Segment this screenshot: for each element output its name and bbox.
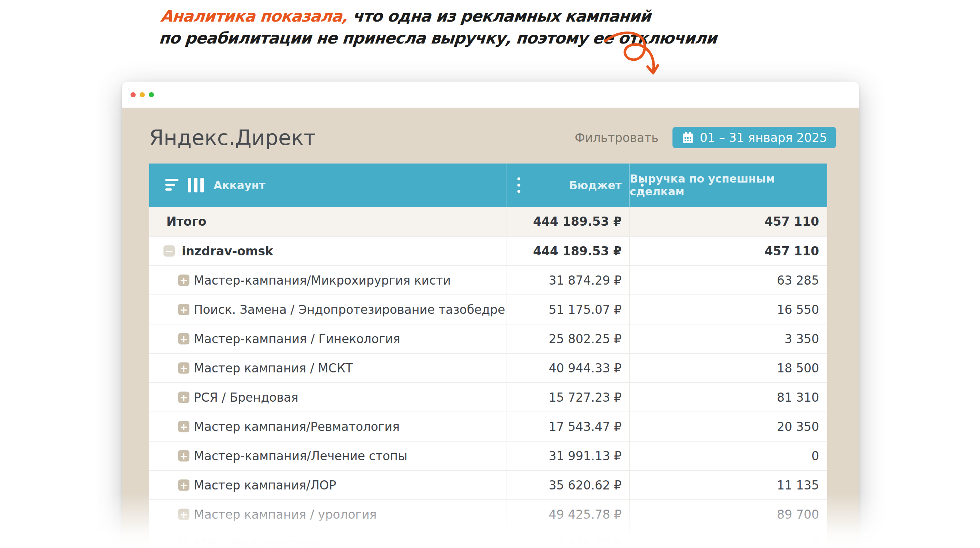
annotation-highlight: Аналитика показала, <box>160 7 348 25</box>
row-revenue-value: 457 110 <box>629 237 827 265</box>
row-budget-value: 31 991.13 ₽ <box>506 441 629 470</box>
expand-icon[interactable]: − <box>164 245 175 257</box>
expand-icon[interactable]: + <box>178 450 189 462</box>
table-row[interactable]: + Мастер кампания/ЛОР 35 620.62 ₽ 11 135 <box>149 470 827 499</box>
window-titlebar <box>122 81 859 108</box>
row-label: РСЯ / Брендовая <box>194 390 298 405</box>
row-budget-value: 31 874.29 ₽ <box>506 266 629 295</box>
filter-icon[interactable] <box>165 179 178 191</box>
row-name-cell: + Мастер-кампания/Микрохирургия кисти <box>149 266 506 295</box>
campaigns-table: Аккаунт Бюджет Выручка по успешным сделк… <box>149 164 827 548</box>
date-range-button[interactable]: 01 – 31 января 2025 <box>673 127 836 148</box>
expand-icon[interactable]: + <box>178 304 189 315</box>
column-label-budget: Бюджет <box>569 179 622 192</box>
row-name-cell: + ЕПК / Реабилитация <box>149 529 506 548</box>
row-label: Мастер кампания/ЛОР <box>194 478 336 492</box>
row-budget-value: 40 944.33 ₽ <box>506 354 629 382</box>
expand-icon[interactable]: + <box>178 421 189 432</box>
row-revenue-value: 11 135 <box>629 471 827 499</box>
minimize-window-button[interactable] <box>140 92 145 97</box>
expand-icon[interactable]: + <box>178 392 189 403</box>
table-row[interactable]: + ЕПК / Реабилитация 7 818.57 ₽ 0 <box>149 529 827 548</box>
zoom-window-button[interactable] <box>149 92 154 97</box>
row-name-cell: + Мастер-кампания / Гинекология <box>149 325 506 353</box>
table-row[interactable]: + Мастер-кампания/Микрохирургия кисти 31… <box>149 265 827 295</box>
expand-icon[interactable]: + <box>178 480 189 491</box>
row-budget-value: 444 189.53 ₽ <box>506 237 629 265</box>
row-label: Мастер кампания/Ревматология <box>194 420 400 434</box>
table-row[interactable]: + Мастер-кампания/Лечение стопы 31 991.1… <box>149 441 827 470</box>
page-title: Яндекс.Директ <box>149 126 316 150</box>
row-label: Мастер кампания / урология <box>194 507 377 522</box>
row-name-cell: + Поиск. Замена / Эндопротезирование таз… <box>149 295 506 324</box>
expand-icon[interactable]: + <box>178 333 189 345</box>
table-row[interactable]: + РСЯ / Брендовая 15 727.23 ₽ 81 310 <box>149 382 827 411</box>
table-row[interactable]: + Мастер-кампания / Гинекология 25 802.2… <box>149 324 827 353</box>
row-name-cell: + Мастер кампания/Ревматология <box>149 412 506 441</box>
table-row[interactable]: + Поиск. Замена / Эндопротезирование таз… <box>149 295 827 324</box>
table-row[interactable]: + Мастер кампания / МСКТ 40 944.33 ₽ 18 … <box>149 353 827 382</box>
table-row[interactable]: + Мастер кампания / урология 49 425.78 ₽… <box>149 499 827 529</box>
row-name-cell: Итого <box>149 207 506 236</box>
column-header-account[interactable]: Аккаунт <box>149 164 506 207</box>
window-content: Яндекс.Директ Фильтровать <box>122 108 859 548</box>
column-label-revenue: Выручка по успешным сделкам <box>630 172 820 198</box>
row-name-cell: + Мастер кампания / МСКТ <box>149 354 506 382</box>
row-budget-value: 49 425.78 ₽ <box>506 500 629 529</box>
column-header-budget[interactable]: Бюджет <box>506 164 629 207</box>
row-revenue-value: 81 310 <box>629 383 827 411</box>
column-header-revenue[interactable]: Выручка по успешным сделкам <box>629 164 827 207</box>
annotation-line-1: Аналитика показала, что одна из рекламны… <box>160 5 719 27</box>
row-revenue-value: 20 350 <box>629 412 827 441</box>
row-label: inzdrav-omsk <box>182 244 273 258</box>
row-name-cell: − inzdrav-omsk <box>149 237 506 265</box>
row-revenue-value: 89 700 <box>629 500 827 529</box>
date-range-label: 01 – 31 января 2025 <box>700 131 827 145</box>
filter-link[interactable]: Фильтровать <box>575 131 659 145</box>
row-label: Мастер-кампания/Микрохирургия кисти <box>194 273 451 288</box>
row-revenue-value: 0 <box>629 529 827 548</box>
row-revenue-value: 63 285 <box>629 266 827 295</box>
row-label: Поиск. Замена / Эндопротезирование тазоб… <box>194 303 506 317</box>
row-revenue-value: 18 500 <box>629 354 827 382</box>
row-name-cell: + Мастер-кампания/Лечение стопы <box>149 441 506 470</box>
row-budget-value: 25 802.25 ₽ <box>506 325 629 353</box>
columns-icon[interactable] <box>188 178 204 193</box>
expand-icon[interactable]: + <box>178 538 189 548</box>
table-body: Итого 444 189.53 ₽ 457 110 − inzdrav-oms… <box>149 207 827 548</box>
row-label: ЕПК / Реабилитация <box>194 537 321 548</box>
row-budget-value: 17 543.47 ₽ <box>506 412 629 441</box>
column-label-account: Аккаунт <box>213 179 266 192</box>
row-name-cell: + Мастер кампания / урология <box>149 500 506 529</box>
traffic-lights <box>130 92 154 97</box>
expand-icon[interactable]: + <box>178 275 189 286</box>
toolbar-right: Фильтровать 01 – 31 янва <box>575 127 836 148</box>
row-label: Мастер-кампания / Гинекология <box>194 332 401 346</box>
calendar-icon <box>681 131 694 144</box>
kebab-icon[interactable] <box>517 177 520 193</box>
expand-icon[interactable]: + <box>178 509 189 520</box>
row-name-cell: + Мастер кампания/ЛОР <box>149 471 506 499</box>
kebab-icon[interactable] <box>641 177 644 193</box>
expand-icon[interactable]: + <box>178 363 189 374</box>
row-budget-value: 444 189.53 ₽ <box>506 207 629 236</box>
row-budget-value: 15 727.23 ₽ <box>506 383 629 411</box>
row-label: Мастер-кампания/Лечение стопы <box>194 449 407 463</box>
row-name-cell: + РСЯ / Брендовая <box>149 383 506 411</box>
table-row[interactable]: Итого 444 189.53 ₽ 457 110 <box>149 207 827 236</box>
row-budget-value: 35 620.62 ₽ <box>506 471 629 499</box>
close-window-button[interactable] <box>130 92 136 97</box>
table-row[interactable]: + Мастер кампания/Ревматология 17 543.47… <box>149 411 827 441</box>
toolbar: Яндекс.Директ Фильтровать <box>122 108 859 164</box>
row-budget-value: 51 175.07 ₽ <box>506 295 629 324</box>
row-revenue-value: 0 <box>629 441 827 470</box>
curved-arrow-icon <box>603 29 673 76</box>
row-budget-value: 7 818.57 ₽ <box>506 529 629 548</box>
row-label: Итого <box>166 214 206 229</box>
table-row[interactable]: − inzdrav-omsk 444 189.53 ₽ 457 110 <box>149 236 827 265</box>
app-window: Яндекс.Директ Фильтровать <box>122 81 859 548</box>
row-revenue-value: 457 110 <box>629 207 827 236</box>
row-revenue-value: 16 550 <box>629 295 827 324</box>
row-label: Мастер кампания / МСКТ <box>194 361 353 375</box>
table-header: Аккаунт Бюджет Выручка по успешным сделк… <box>149 164 827 207</box>
